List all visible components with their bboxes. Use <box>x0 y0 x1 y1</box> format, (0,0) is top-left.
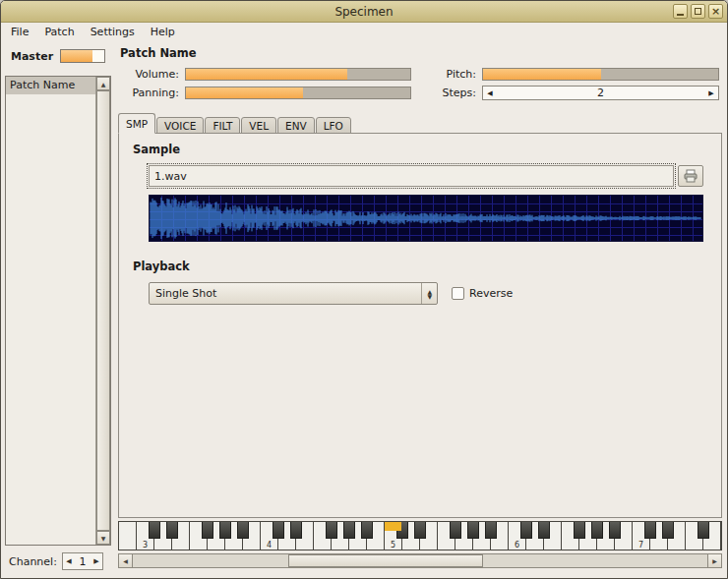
black-key-Gsharp3[interactable] <box>219 522 230 539</box>
combo-arrows-icon: ▲▼ <box>421 283 437 304</box>
patch-list-scrollbar[interactable]: ▲ ▼ <box>95 77 110 545</box>
app-window: Specimen × FilePatchSettingsHelp Master … <box>0 0 728 579</box>
pitch-slider-fill <box>483 69 601 80</box>
black-key-Asharp4[interactable] <box>361 522 372 539</box>
black-key-Asharp6[interactable] <box>609 522 620 539</box>
black-key-Csharp3[interactable] <box>149 522 159 539</box>
tab-env[interactable]: ENV <box>277 117 315 134</box>
playback-mode-select[interactable]: Single Shot ▲▼ <box>149 282 438 305</box>
root-note-marker <box>385 522 401 531</box>
panning-slider[interactable] <box>185 87 411 99</box>
tab-bar: SMPVOICEFILTVELENVLFO <box>118 113 727 134</box>
steps-increment-arrow[interactable]: ▶ <box>704 89 718 97</box>
keyboard-scrollbar-track[interactable] <box>133 554 707 567</box>
octave-label-6: 6 <box>509 541 525 550</box>
octave-label-4: 4 <box>261 541 277 550</box>
titlebar[interactable]: Specimen × <box>1 1 727 23</box>
waveform-display[interactable] <box>149 195 703 242</box>
black-key-Asharp5[interactable] <box>485 522 496 539</box>
black-key-Dsharp6[interactable] <box>538 522 549 539</box>
tab-lfo[interactable]: LFO <box>316 117 351 134</box>
sample-heading: Sample <box>133 143 703 156</box>
smp-tab-panel: Sample 1.wav Playback Single S <box>118 133 722 518</box>
white-key-B2[interactable] <box>119 522 137 550</box>
close-button[interactable]: × <box>708 4 723 19</box>
scroll-down-button[interactable]: ▼ <box>96 531 110 545</box>
black-key-Dsharp5[interactable] <box>414 522 425 539</box>
black-key-Gsharp6[interactable] <box>591 522 602 539</box>
menu-item-settings[interactable]: Settings <box>83 24 143 40</box>
black-key-Asharp3[interactable] <box>237 522 248 539</box>
volume-slider-fill <box>186 69 347 80</box>
reverse-label: Reverse <box>469 287 513 300</box>
main-panel: Patch Name Volume: Pitch: Panning: Steps… <box>115 41 727 578</box>
scroll-right-button[interactable]: ▶ <box>707 554 721 567</box>
pitch-slider[interactable] <box>482 68 719 81</box>
black-key-Fsharp5[interactable] <box>450 522 460 539</box>
tab-vel[interactable]: VEL <box>241 117 276 134</box>
black-key-Fsharp6[interactable] <box>574 522 584 539</box>
steps-label: Steps: <box>417 87 476 99</box>
patch-list: Patch Name <box>6 77 95 545</box>
menu-item-file[interactable]: File <box>3 24 36 40</box>
octave-label-7: 7 <box>633 541 649 550</box>
playback-heading: Playback <box>133 260 703 273</box>
volume-slider[interactable] <box>185 68 411 81</box>
scroll-left-button[interactable]: ◀ <box>119 554 133 567</box>
black-key-Gsharp4[interactable] <box>343 522 354 539</box>
keyboard-scrollbar-thumb[interactable] <box>288 554 484 567</box>
octave-label-5: 5 <box>385 541 401 550</box>
patch-list-item[interactable]: Patch Name <box>6 77 95 94</box>
black-key-Dsharp3[interactable] <box>166 522 177 539</box>
sample-file-row: 1.wav <box>149 165 703 187</box>
reverse-option: Reverse <box>452 287 513 300</box>
master-row: Master <box>11 48 115 64</box>
volume-label: Volume: <box>124 68 179 81</box>
channel-value: 1 <box>75 555 91 568</box>
playback-mode-value: Single Shot <box>155 287 216 300</box>
channel-decrement-button[interactable]: ◀ <box>63 557 75 565</box>
open-file-icon <box>683 169 698 183</box>
channel-spinner[interactable]: ◀ 1 ▶ <box>62 552 103 570</box>
maximize-button[interactable] <box>691 4 705 19</box>
black-key-Fsharp4[interactable] <box>326 522 336 539</box>
panning-label: Panning: <box>124 87 179 99</box>
black-key-Dsharp7[interactable] <box>662 522 673 539</box>
keyboard-scrollbar[interactable]: ◀ ▶ <box>118 553 722 568</box>
reverse-checkbox[interactable] <box>452 287 464 300</box>
menu-item-patch[interactable]: Patch <box>36 24 82 40</box>
steps-control[interactable]: ◀ 2 ▶ <box>482 86 719 100</box>
black-key-Fsharp3[interactable] <box>202 522 212 539</box>
black-key-Fsharp7[interactable] <box>698 522 708 539</box>
tab-filt[interactable]: FILT <box>205 117 240 134</box>
pitch-label: Pitch: <box>417 68 476 81</box>
open-sample-button[interactable] <box>678 165 703 187</box>
black-key-Dsharp4[interactable] <box>290 522 301 539</box>
tab-voice[interactable]: VOICE <box>156 117 204 134</box>
black-key-Csharp7[interactable] <box>644 522 655 539</box>
patch-scrollbar-track[interactable] <box>96 90 110 531</box>
patch-scrollbar-thumb[interactable] <box>96 90 110 531</box>
black-key-Csharp6[interactable] <box>520 522 531 539</box>
window-body: Master Patch Name ▲ ▼ Channel: ◀ 1 ▶ <box>1 41 727 578</box>
black-key-Csharp4[interactable] <box>273 522 283 539</box>
minimize-button[interactable] <box>673 4 688 19</box>
close-icon: × <box>711 6 720 17</box>
sidebar: Master Patch Name ▲ ▼ Channel: ◀ 1 ▶ <box>1 41 115 578</box>
menu-item-help[interactable]: Help <box>143 24 183 40</box>
master-slider[interactable] <box>60 49 105 63</box>
patch-controls: Volume: Pitch: Panning: Steps: ◀ 2 ▶ <box>124 68 719 100</box>
channel-increment-button[interactable]: ▶ <box>91 557 102 565</box>
keyboard[interactable]: 34567 <box>118 521 722 550</box>
scroll-up-button[interactable]: ▲ <box>96 77 110 90</box>
black-key-Gsharp5[interactable] <box>467 522 478 539</box>
channel-row: Channel: ◀ 1 ▶ <box>9 551 111 571</box>
patch-list-frame: Patch Name ▲ ▼ <box>5 76 111 546</box>
sample-file-field[interactable]: 1.wav <box>149 165 674 187</box>
steps-decrement-arrow[interactable]: ◀ <box>483 89 497 97</box>
waveform-graphic <box>150 196 702 241</box>
panning-slider-fill <box>186 87 303 98</box>
sample-file-name: 1.wav <box>154 170 187 183</box>
tab-smp[interactable]: SMP <box>118 113 155 134</box>
steps-value: 2 <box>497 87 704 99</box>
